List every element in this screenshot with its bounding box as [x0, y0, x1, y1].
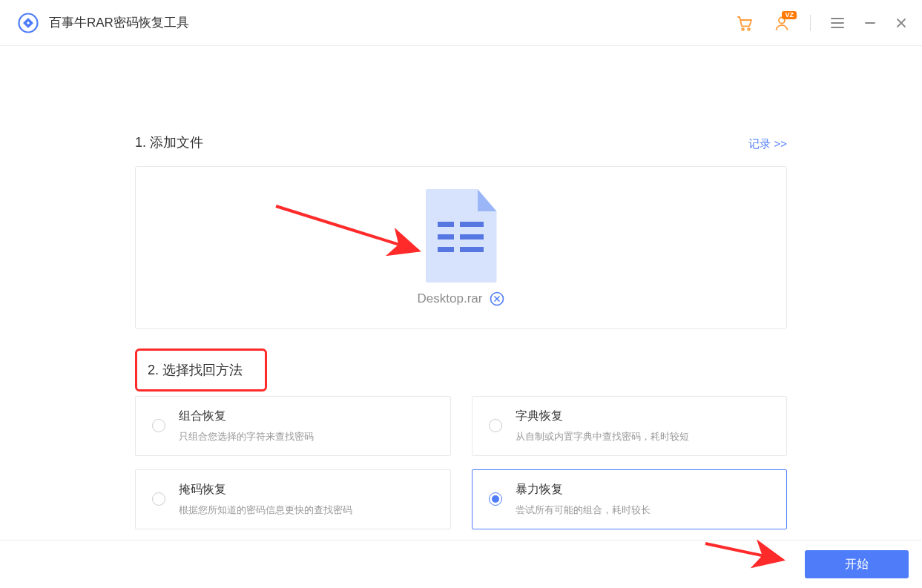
- method-title: 暴力恢复: [516, 482, 651, 498]
- method-title: 掩码恢复: [179, 482, 352, 498]
- method-desc: 尝试所有可能的组合，耗时较长: [516, 503, 651, 517]
- user-badge: VZ: [782, 11, 797, 19]
- method-dictionary[interactable]: 字典恢复 从自制或内置字典中查找密码，耗时较短: [472, 396, 788, 456]
- method-title: 字典恢复: [516, 409, 689, 424]
- method-title: 组合恢复: [179, 409, 314, 424]
- svg-point-3: [742, 28, 744, 30]
- method-bruteforce[interactable]: 暴力恢复 尝试所有可能的组合，耗时较长: [472, 469, 788, 529]
- method-grid: 组合恢复 只组合您选择的字符来查找密码 字典恢复 从自制或内置字典中查找密码，耗…: [135, 396, 787, 529]
- method-mask[interactable]: 掩码恢复 根据您所知道的密码信息更快的查找密码: [135, 469, 451, 529]
- close-icon[interactable]: [895, 17, 907, 29]
- file-icon: [426, 189, 497, 283]
- radio-icon: [489, 492, 502, 506]
- method-desc: 从自制或内置字典中查找密码，耗时较短: [516, 430, 689, 443]
- app-logo: [18, 13, 39, 33]
- app-header: 百事牛RAR密码恢复工具 VZ: [0, 0, 922, 46]
- records-link[interactable]: 记录 >>: [748, 137, 787, 151]
- step2-highlight-box: 2. 选择找回方法: [135, 348, 267, 392]
- user-icon[interactable]: VZ: [773, 14, 791, 32]
- header-toolbar: VZ: [736, 14, 907, 32]
- menu-icon[interactable]: [830, 17, 845, 29]
- method-desc: 根据您所知道的密码信息更快的查找密码: [179, 503, 352, 517]
- method-combination[interactable]: 组合恢复 只组合您选择的字符来查找密码: [135, 396, 451, 456]
- remove-file-icon[interactable]: [490, 291, 504, 306]
- svg-point-4: [748, 28, 750, 30]
- cart-icon[interactable]: [736, 14, 754, 32]
- radio-icon: [152, 419, 165, 432]
- radio-icon: [489, 419, 502, 432]
- file-drop-area[interactable]: Desktop.rar: [135, 166, 787, 329]
- toolbar-divider: [810, 15, 811, 31]
- start-button[interactable]: 开始: [805, 550, 909, 578]
- step2-title: 2. 选择找回方法: [148, 361, 243, 379]
- file-name-label: Desktop.rar: [418, 291, 483, 306]
- radio-icon: [152, 492, 165, 506]
- minimize-icon[interactable]: [864, 17, 876, 29]
- method-desc: 只组合您选择的字符来查找密码: [179, 430, 314, 443]
- step1-title: 1. 添加文件: [135, 133, 203, 151]
- app-title: 百事牛RAR密码恢复工具: [49, 14, 189, 31]
- footer-bar: 开始: [0, 540, 922, 588]
